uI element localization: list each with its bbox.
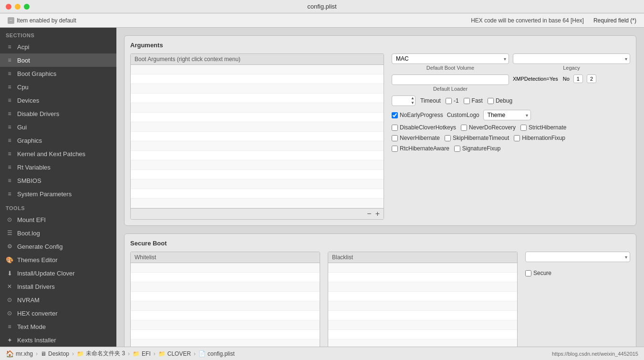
hibernation-fixup-checkbox[interactable]: [514, 135, 520, 141]
minus1-label[interactable]: -1: [446, 97, 459, 104]
list-item[interactable]: [131, 339, 320, 347]
stepper-up[interactable]: ▲: [411, 96, 415, 101]
sidebar-item-mount-efi[interactable]: ⊙ Mount EFI: [0, 213, 116, 226]
no-early-progress-checkbox[interactable]: [392, 112, 398, 118]
sidebar-item-boot-graphics[interactable]: ≡ Boot Graphics: [0, 67, 116, 80]
list-item[interactable]: [131, 180, 384, 189]
legacy-select[interactable]: [513, 53, 630, 64]
list-item[interactable]: [328, 282, 517, 292]
list-item[interactable]: [131, 94, 384, 103]
default-boot-volume-select[interactable]: MAC: [392, 53, 509, 64]
list-item[interactable]: [131, 151, 384, 160]
list-item[interactable]: [131, 141, 384, 151]
sidebar-item-disable-drivers[interactable]: ≡ Disable Drivers: [0, 107, 116, 120]
list-item[interactable]: [328, 339, 517, 347]
list-item[interactable]: [131, 103, 384, 113]
signature-fixup-checkbox[interactable]: [454, 146, 460, 152]
no-early-progress-label[interactable]: NoEarlyProgress: [392, 112, 443, 118]
timeout-label[interactable]: Timeout: [420, 97, 441, 104]
maximize-button[interactable]: [24, 4, 30, 10]
list-item[interactable]: [131, 311, 320, 320]
minimize-button[interactable]: [15, 4, 21, 10]
sidebar-item-install-drivers[interactable]: ✕ Install Drivers: [0, 280, 116, 293]
list-item[interactable]: [328, 330, 517, 339]
list-item[interactable]: [328, 320, 517, 330]
strict-hibernate-label[interactable]: StrictHibernate: [520, 124, 566, 131]
skip-hibernate-timeout-checkbox[interactable]: [445, 135, 451, 141]
rtc-hibernate-aware-label[interactable]: RtcHibernateAware: [392, 145, 449, 152]
list-item[interactable]: [328, 292, 517, 301]
theme-select-wrapper[interactable]: Theme: [483, 110, 531, 120]
sidebar-item-hex-converter[interactable]: ⊙ HEX converter: [0, 307, 116, 320]
sidebar-item-install-update[interactable]: ⬇ Install/Update Clover: [0, 266, 116, 280]
list-item[interactable]: [131, 160, 384, 170]
theme-select[interactable]: Theme: [483, 110, 531, 120]
sidebar-item-smbios[interactable]: ≡ SMBIOS: [0, 174, 116, 187]
debug-checkbox[interactable]: [488, 98, 494, 104]
sidebar-item-text-mode[interactable]: ≡ Text Mode: [0, 320, 116, 333]
list-item[interactable]: [131, 263, 320, 273]
two-btn[interactable]: 2: [587, 74, 596, 83]
list-item[interactable]: [131, 122, 384, 132]
list-item[interactable]: [131, 74, 384, 84]
stepper-down[interactable]: ▼: [411, 101, 415, 106]
secure-checkbox-label[interactable]: Secure: [525, 270, 630, 276]
list-item[interactable]: [131, 65, 384, 74]
window-controls[interactable]: [6, 4, 30, 10]
sidebar-item-gui[interactable]: ≡ Gui: [0, 120, 116, 134]
default-boot-volume-wrapper[interactable]: MAC: [392, 53, 509, 64]
sidebar-item-boot[interactable]: ≡ Boot: [0, 53, 116, 67]
sidebar-item-nvram[interactable]: ⊙ NVRAM: [0, 293, 116, 307]
minus1-checkbox[interactable]: [446, 98, 452, 104]
timeout-stepper[interactable]: 1 ▲ ▼: [392, 95, 415, 106]
list-item[interactable]: [131, 170, 384, 180]
sidebar-item-graphics[interactable]: ≡ Graphics: [0, 134, 116, 147]
debug-label[interactable]: Debug: [488, 97, 512, 104]
list-item[interactable]: [131, 189, 384, 199]
sidebar-item-generate-config[interactable]: ⚙ Generate Config: [0, 240, 116, 253]
skip-hibernate-timeout-label[interactable]: SkipHibernateTimeout: [445, 135, 509, 141]
hibernation-fixup-label[interactable]: HibernationFixup: [514, 135, 565, 141]
disable-clover-hotkeys-checkbox[interactable]: [392, 125, 398, 131]
never-hibernate-checkbox[interactable]: [392, 135, 398, 141]
list-item[interactable]: [131, 330, 320, 339]
sidebar-item-themes-editor[interactable]: 🎨 Themes Editor: [0, 253, 116, 266]
sidebar-item-devices[interactable]: ≡ Devices: [0, 94, 116, 107]
secure-checkbox[interactable]: [525, 270, 531, 276]
sidebar-item-boot-log[interactable]: ☰ Boot.log: [0, 226, 116, 240]
list-item[interactable]: [328, 311, 517, 320]
sidebar-item-acpi[interactable]: ≡ Acpi: [0, 40, 116, 53]
list-item[interactable]: [328, 263, 517, 273]
never-do-recovery-checkbox[interactable]: [461, 125, 467, 131]
legacy-select-wrapper[interactable]: [513, 53, 630, 64]
list-item[interactable]: [131, 292, 320, 301]
default-loader-input[interactable]: [392, 74, 509, 85]
never-hibernate-label[interactable]: NeverHibernate: [392, 135, 440, 141]
fast-checkbox[interactable]: [464, 98, 470, 104]
list-item[interactable]: [131, 113, 384, 122]
strict-hibernate-checkbox[interactable]: [520, 125, 527, 131]
close-button[interactable]: [6, 4, 11, 10]
rtc-hibernate-aware-checkbox[interactable]: [392, 146, 398, 152]
disable-clover-hotkeys-label[interactable]: DisableCloverHotkeys: [392, 124, 456, 131]
never-do-recovery-label[interactable]: NeverDoRecovery: [461, 124, 516, 131]
secure-boot-select-wrapper[interactable]: [525, 252, 630, 262]
sidebar-item-rt-variables[interactable]: ≡ Rt Variables: [0, 160, 116, 174]
list-item[interactable]: [131, 84, 384, 94]
sidebar-item-system-parameters[interactable]: ≡ System Parameters: [0, 187, 116, 201]
arguments-remove-button[interactable]: −: [365, 210, 373, 218]
list-item[interactable]: [131, 320, 320, 330]
list-item[interactable]: [131, 199, 384, 208]
list-item[interactable]: [328, 301, 517, 311]
fast-label[interactable]: Fast: [464, 97, 483, 104]
secure-boot-select[interactable]: [525, 252, 630, 262]
signature-fixup-label[interactable]: SignatureFixup: [454, 145, 501, 152]
arguments-add-button[interactable]: +: [374, 210, 382, 218]
sidebar-item-kernel-kext[interactable]: ≡ Kernel and Kext Patches: [0, 147, 116, 160]
list-item[interactable]: [131, 282, 320, 292]
list-item[interactable]: [131, 301, 320, 311]
one-btn[interactable]: 1: [573, 74, 583, 83]
list-item[interactable]: [131, 273, 320, 282]
list-item[interactable]: [131, 132, 384, 141]
sidebar-item-kexts-installer[interactable]: ✦ Kexts Installer: [0, 333, 116, 347]
